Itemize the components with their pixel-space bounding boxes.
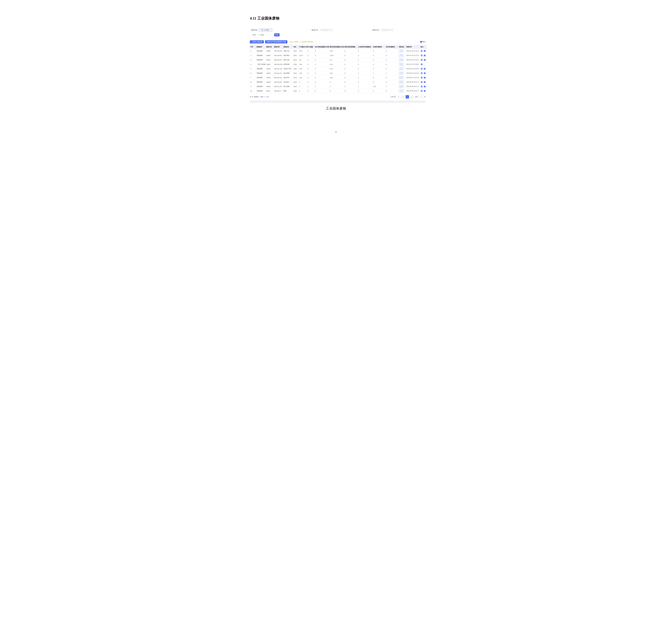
table-cell: HW49 <box>266 71 274 75</box>
table-cell: 0 <box>372 53 385 58</box>
actions-cell <box>420 58 427 62</box>
table-cell: 0.12 <box>372 84 385 89</box>
view-icon[interactable] <box>421 81 423 83</box>
next-page-button[interactable] <box>410 95 413 99</box>
search-button[interactable]: 查询 <box>274 33 280 37</box>
edit-icon[interactable] <box>424 77 426 78</box>
table-cell: 9 <box>250 84 256 89</box>
view-icon[interactable] <box>421 55 423 56</box>
table-cell: 2024 <box>293 71 298 75</box>
document-page: 4.11 工业固体废物 废物类别: 一般工业固废 废物大类: 请选择废物大类 <box>232 0 440 147</box>
edit-icon[interactable] <box>424 86 426 87</box>
table-cell: 900-041-49 <box>274 84 283 89</box>
table-cell: 0 <box>298 84 307 89</box>
table-cell: 0 <box>344 67 357 71</box>
page-size-select[interactable]: 10条/页 <box>390 95 400 99</box>
status-cell: 正常 <box>398 80 406 84</box>
table-cell: 废矿物油 <box>283 53 293 58</box>
table-cell: 0 <box>385 80 398 84</box>
table-cell: 900-006-S59 <box>274 62 283 67</box>
chevron-down-icon <box>398 97 399 97</box>
table-cell: 2024 <box>293 89 298 93</box>
table-cell: 0 <box>344 53 357 58</box>
table-cell: 2024-05-08 15:51:17 <box>406 80 420 84</box>
add-ledger-button[interactable]: + 固废台账添加 <box>250 40 264 43</box>
page-number: 6 <box>232 131 440 133</box>
waste-class-select[interactable]: 请选择废物大类 <box>320 29 333 32</box>
status-badge: 正常 <box>399 54 404 57</box>
view-icon[interactable] <box>421 90 423 92</box>
view-icon[interactable] <box>421 59 423 61</box>
table-cell: 2024 <box>293 62 298 67</box>
table-cell: 2024 <box>293 67 298 71</box>
view-icon[interactable] <box>421 77 423 78</box>
prev-page-button[interactable] <box>401 95 405 99</box>
status-badge: 正常 <box>399 76 404 79</box>
edit-icon[interactable] <box>424 68 426 70</box>
section-title: 4.11 工业固体废物 <box>232 0 440 21</box>
current-page[interactable]: 1 <box>406 95 409 99</box>
table-cell: 0 <box>298 80 307 84</box>
edit-icon[interactable] <box>424 81 426 83</box>
table-cell: 8 <box>250 80 256 84</box>
table-cell: 废过滤棉 <box>283 84 293 89</box>
table-cell: 危险废物 <box>256 58 266 62</box>
table-cell: 0 <box>307 89 315 93</box>
table-row: 3危险废物HW09900-006-09废乳化液20240.8000.80000正… <box>250 58 427 62</box>
waste-code-label: 废物代码: <box>372 29 379 31</box>
table-cell: 0 <box>357 80 372 84</box>
edit-icon[interactable] <box>424 55 426 56</box>
view-icon[interactable] <box>421 72 423 74</box>
table-row: 6危险废物HW49900-041-49废油漆桶20240.65000.65000… <box>250 71 427 75</box>
table-cell: 0 <box>357 58 372 62</box>
view-icon[interactable] <box>421 68 423 70</box>
status-cell: 正常 <box>398 53 406 58</box>
waste-category-select[interactable]: 一般工业固废 <box>259 29 272 32</box>
table-cell: HW49 <box>266 84 274 89</box>
status-badge: 正常 <box>399 68 404 70</box>
table-cell: 4 <box>250 62 256 67</box>
column-header: 产生量总计(吨) <box>298 45 307 49</box>
table-cell: 0 <box>372 89 385 93</box>
edit-icon[interactable] <box>424 90 426 92</box>
table-cell: 废保温棉 <box>283 62 293 67</box>
year-input-box[interactable] <box>257 33 271 37</box>
edit-icon[interactable] <box>424 59 426 61</box>
table-cell: 0 <box>329 84 344 89</box>
table-cell: 0 <box>315 75 329 80</box>
view-icon[interactable] <box>421 63 423 65</box>
table-cell: 0 <box>307 62 315 67</box>
table-cell: 900-200-08 <box>274 49 283 53</box>
table-cell: 危险废物 <box>256 49 266 53</box>
table-cell: 0.8 <box>329 58 344 62</box>
view-icon[interactable] <box>421 50 423 52</box>
export-button[interactable]: 导出 <box>420 41 426 43</box>
table-cell: 0 <box>344 71 357 75</box>
edit-icon[interactable] <box>424 50 426 52</box>
waste-code-select[interactable]: 请选择废物代码 <box>380 29 394 32</box>
table-cell: 一般工业固废 <box>256 62 266 67</box>
table-row: 1危险废物HW08900-200-08研磨污泥20240.83000.83000… <box>250 49 427 53</box>
table-cell: 0 <box>315 84 329 89</box>
manual-button[interactable]: 固废自行利用处置操作手册 <box>265 40 287 43</box>
edit-icon[interactable] <box>424 72 426 74</box>
table-cell: 0 <box>357 75 372 80</box>
table-cell: 0.56 <box>329 67 344 71</box>
column-header: 产生箱数 <box>307 45 315 49</box>
table-cell: 900-041-49 <box>274 67 283 71</box>
table-cell: 0 <box>315 80 329 84</box>
table-cell: 2024 <box>293 75 298 80</box>
table-cell: 1 <box>250 49 256 53</box>
table-cell: 0 <box>307 71 315 75</box>
year-input[interactable] <box>260 34 269 36</box>
table-cell: 0.56 <box>298 67 307 71</box>
table-cell: 0 <box>385 67 398 71</box>
view-icon[interactable] <box>421 86 423 87</box>
table-cell: 0 <box>315 67 329 71</box>
table-cell: 2024 <box>293 53 298 58</box>
table-cell: 0 <box>372 67 385 71</box>
actions-cell <box>420 49 427 53</box>
goto-page-input[interactable] <box>419 95 423 99</box>
actions-cell <box>420 67 427 71</box>
status-badge: 正常 <box>399 90 404 92</box>
